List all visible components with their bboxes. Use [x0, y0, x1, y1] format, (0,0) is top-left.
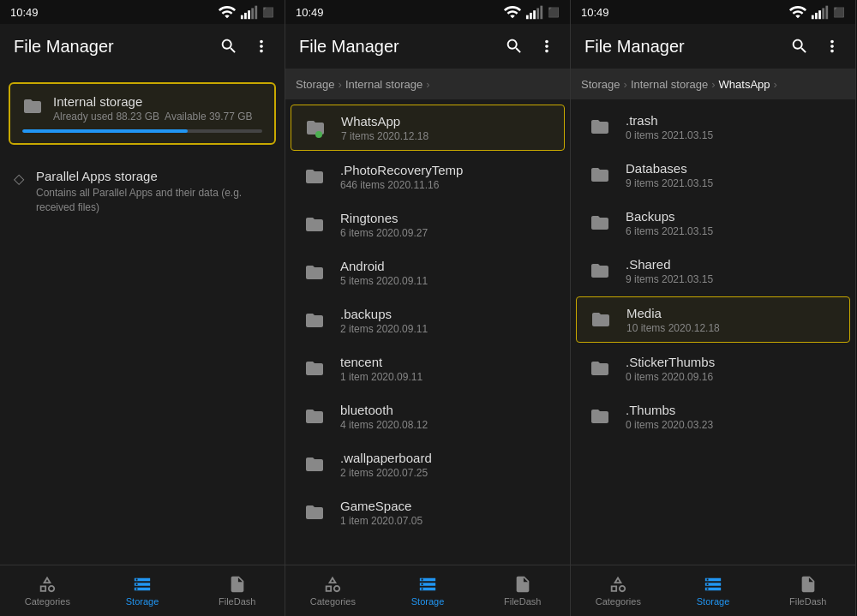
nav-filedash-3[interactable]: FileDash [760, 575, 855, 607]
file-item-stickerthumbs[interactable]: .StickerThumbs 0 items 2020.09.16 [571, 344, 855, 392]
svg-rect-1 [244, 13, 247, 19]
file-item-bluetooth[interactable]: bluetooth 4 items 2020.08.12 [285, 392, 570, 440]
breadcrumb-storage-2[interactable]: Storage [296, 78, 335, 91]
svg-rect-7 [533, 10, 536, 19]
categories-icon-2 [323, 575, 342, 594]
more-button-1[interactable] [252, 37, 271, 56]
wifi-icon-2 [503, 3, 522, 21]
file-meta-tencent: 1 item 2020.09.11 [340, 371, 556, 383]
wifi-icon-3 [788, 3, 807, 21]
signal-icon-1 [240, 3, 259, 21]
file-item-databases[interactable]: Databases 9 items 2021.03.15 [571, 151, 855, 199]
folder-icon-bluetooth [299, 401, 330, 432]
file-item-wa-backups[interactable]: Backups 6 items 2021.03.15 [571, 199, 855, 247]
nav-storage-1[interactable]: Storage [95, 575, 190, 607]
svg-rect-10 [812, 15, 814, 20]
file-item-thumbs[interactable]: .Thumbs 0 items 2020.03.23 [571, 392, 855, 440]
file-meta-wa-backups: 6 items 2021.03.15 [626, 225, 842, 237]
nav-categories-3[interactable]: Categories [571, 575, 666, 607]
file-item-phototemp[interactable]: .PhotoRecoveryTemp 646 items 2020.11.16 [285, 153, 570, 200]
file-meta-databases: 9 items 2021.03.15 [626, 177, 842, 189]
file-item-media[interactable]: Media 10 items 2020.12.18 [576, 296, 850, 343]
file-meta-whatsapp: 7 items 2020.12.18 [341, 130, 555, 142]
folder-icon-wallpaper [299, 449, 330, 480]
storage-folder-icon [22, 96, 43, 121]
file-meta-media: 10 items 2020.12.18 [626, 322, 841, 334]
file-item-tencent[interactable]: tencent 1 item 2020.09.11 [285, 344, 570, 392]
folder-icon-databases [584, 159, 615, 190]
file-meta-backups: 2 items 2020.09.11 [340, 323, 556, 335]
wifi-icon-1 [218, 3, 237, 21]
nav-categories-1[interactable]: Categories [0, 575, 95, 607]
more-button-2[interactable] [537, 37, 556, 56]
parallel-desc: Contains all Parallel Apps and their dat… [36, 186, 271, 215]
parallel-apps-item[interactable]: ◇ Parallel Apps storage Contains all Par… [0, 155, 285, 229]
search-button-1[interactable] [219, 37, 238, 56]
file-meta-phototemp: 646 items 2020.11.16 [340, 179, 556, 191]
file-meta-stickerthumbs: 0 items 2020.09.16 [626, 371, 842, 383]
app-title-3: File Manager [584, 37, 790, 57]
nav-filedash-1[interactable]: FileDash [189, 575, 285, 607]
file-meta-thumbs: 0 items 2020.03.23 [626, 419, 842, 431]
file-item-ringtones[interactable]: Ringtones 6 items 2020.09.27 [285, 200, 570, 248]
nav-storage-2[interactable]: Storage [381, 575, 476, 607]
app-title-2: File Manager [299, 37, 505, 57]
breadcrumb-whatsapp-3[interactable]: WhatsApp [719, 78, 770, 91]
file-item-wallpaper[interactable]: .wallpaperboard 2 items 2020.07.25 [285, 440, 570, 488]
app-title-1: File Manager [14, 37, 219, 57]
more-button-3[interactable] [823, 37, 842, 56]
file-item-trash[interactable]: .trash 0 items 2021.03.15 [571, 103, 855, 151]
filedash-icon-3 [799, 575, 818, 594]
svg-rect-13 [822, 8, 824, 19]
file-item-gamespace[interactable]: GameSpace 1 item 2020.07.05 [285, 488, 570, 536]
file-item-android[interactable]: Android 5 items 2020.09.11 [285, 248, 570, 296]
diamond-icon: ◇ [14, 170, 24, 187]
breadcrumb-internal-2[interactable]: Internal storage [345, 78, 423, 91]
svg-rect-11 [815, 13, 818, 19]
file-item-backups[interactable]: .backups 2 items 2020.09.11 [285, 296, 570, 344]
file-name-databases: Databases [626, 161, 842, 176]
panel-internal-storage: 10:49 ⬛ File Manager Storage › Internal … [285, 0, 571, 616]
nav-categories-label-3: Categories [596, 596, 641, 607]
folder-icon-backups [299, 305, 330, 336]
file-meta-bluetooth: 4 items 2020.08.12 [340, 419, 556, 431]
breadcrumb-3: Storage › Internal storage › WhatsApp › [571, 69, 855, 99]
app-bar-1: File Manager [0, 24, 285, 69]
svg-rect-0 [241, 15, 243, 20]
storage-usage: Already used 88.23 GB Available 39.77 GB [53, 111, 253, 123]
app-bar-2: File Manager [285, 24, 570, 69]
folder-icon-whatsapp [300, 112, 331, 143]
internal-storage-title: Internal storage [53, 94, 253, 109]
status-time-3: 10:49 [581, 6, 609, 19]
breadcrumb-internal-3[interactable]: Internal storage [631, 78, 708, 91]
app-bar-icons-2 [505, 37, 556, 56]
nav-categories-label-2: Categories [310, 596, 356, 607]
folder-icon-ringtones [299, 209, 330, 240]
nav-filedash-2[interactable]: FileDash [475, 575, 570, 607]
filedash-icon-2 [513, 575, 532, 594]
nav-storage-label-3: Storage [697, 596, 730, 607]
folder-icon-gamespace [299, 497, 330, 528]
file-item-shared[interactable]: .Shared 9 items 2021.03.15 [571, 247, 855, 295]
search-button-2[interactable] [505, 37, 524, 56]
file-item-whatsapp[interactable]: WhatsApp 7 items 2020.12.18 [291, 105, 565, 151]
file-name-tencent: tencent [340, 355, 556, 369]
status-icons-1: ⬛ [218, 3, 274, 21]
categories-icon-1 [38, 575, 57, 594]
status-icons-2: ⬛ [503, 3, 560, 21]
folder-icon-thumbs [584, 401, 615, 432]
file-name-trash: .trash [626, 113, 842, 128]
nav-storage-3[interactable]: Storage [666, 575, 761, 607]
categories-icon-3 [608, 575, 627, 594]
file-name-android: Android [340, 259, 556, 273]
svg-rect-14 [825, 6, 828, 20]
nav-categories-2[interactable]: Categories [285, 575, 381, 607]
nav-storage-label-1: Storage [126, 596, 159, 607]
search-button-3[interactable] [790, 37, 809, 56]
folder-icon-phototemp [299, 161, 330, 192]
breadcrumb-storage-3[interactable]: Storage [581, 78, 620, 91]
file-name-stickerthumbs: .StickerThumbs [626, 355, 842, 369]
file-name-bluetooth: bluetooth [340, 403, 556, 417]
folder-icon-android [299, 257, 330, 288]
internal-storage-item[interactable]: Internal storage Already used 88.23 GB A… [9, 82, 276, 145]
